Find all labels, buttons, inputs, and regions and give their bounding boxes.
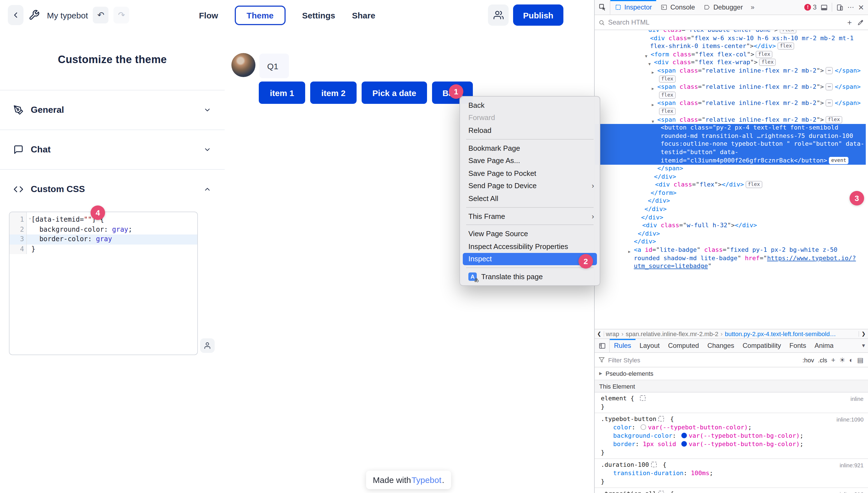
- menu-item-translate-this-page[interactable]: AあTranslate this page: [460, 270, 600, 283]
- tab-animations[interactable]: Anima: [810, 339, 834, 352]
- editor-line[interactable]: 3 border-color: gray: [9, 235, 197, 244]
- section-custom-css[interactable]: Custom CSS: [0, 169, 225, 209]
- css-rule[interactable]: element { inline}: [595, 392, 868, 413]
- menu-item-inspect-accessibility-properties[interactable]: Inspect Accessibility Properties: [460, 240, 600, 253]
- choice-button-item2[interactable]: item 2: [310, 82, 357, 104]
- markup-line[interactable]: </div>: [595, 197, 866, 206]
- selector-highlighter-icon[interactable]: [651, 462, 657, 467]
- selector-highlighter-icon[interactable]: [659, 491, 664, 493]
- css-declaration[interactable]: border: 1px solid var(--typebot-button-b…: [601, 440, 864, 448]
- markup-line[interactable]: ▶<span class="relative inline-flex mr-2 …: [595, 83, 866, 100]
- markup-line[interactable]: ▶<a id="lite-badge" class="fixed py-1 px…: [595, 246, 866, 271]
- flex-badge[interactable]: flex: [759, 59, 776, 66]
- collapsed-children-icon[interactable]: ⋯: [826, 67, 833, 74]
- tab-settings[interactable]: Settings: [302, 10, 335, 20]
- color-swatch-icon[interactable]: [681, 441, 687, 447]
- markup-line[interactable]: ▶<span class="relative inline-flex mr-2 …: [595, 67, 866, 83]
- fold-chevron-icon[interactable]: ⌄: [28, 213, 31, 222]
- menu-item-back[interactable]: Back: [460, 99, 600, 111]
- tab-computed[interactable]: Computed: [664, 339, 703, 352]
- markup-line[interactable]: </div>: [595, 238, 866, 246]
- responsive-mode-icon[interactable]: [836, 4, 843, 11]
- flex-badge[interactable]: flex: [659, 91, 675, 99]
- markup-line[interactable]: <div class="w-full h-32"></div>: [595, 222, 866, 230]
- flex-badge[interactable]: flex: [746, 181, 762, 189]
- markup-line[interactable]: </div>: [595, 214, 866, 222]
- flex-badge[interactable]: flex: [659, 108, 675, 115]
- breadcrumb-item[interactable]: wrap: [606, 330, 619, 337]
- back-button[interactable]: [8, 5, 23, 25]
- rule-source-link[interactable]: inline:921: [840, 461, 864, 470]
- publish-button[interactable]: Publish: [513, 4, 563, 26]
- bot-title[interactable]: My typebot: [47, 10, 88, 20]
- tab-rules[interactable]: Rules: [610, 339, 635, 352]
- markup-line[interactable]: div class="flex bubble enter done">flex: [595, 30, 866, 34]
- css-rule[interactable]: .transition-all {inline:916transition-pr…: [595, 488, 868, 493]
- chevron-up-icon[interactable]: [203, 185, 211, 193]
- element-picker-button[interactable]: [595, 0, 610, 15]
- menu-item-reload[interactable]: Reload: [460, 124, 600, 136]
- markup-line[interactable]: <div class="flex w-6 xs:w-10 h-6 xs:h-10…: [595, 34, 866, 50]
- flex-badge[interactable]: flex: [659, 75, 675, 82]
- choice-button-item1[interactable]: item 1: [259, 82, 305, 104]
- close-icon[interactable]: ✕: [858, 3, 864, 12]
- redo-button[interactable]: ↷: [114, 7, 129, 23]
- collaborators-button[interactable]: [488, 4, 509, 26]
- more-tabs-button[interactable]: »: [747, 0, 758, 15]
- menu-item-save-page-as[interactable]: Save Page As...: [460, 154, 600, 167]
- twisty-icon[interactable]: ▶: [628, 248, 630, 256]
- choice-button-pick-a-date[interactable]: Pick a date: [362, 82, 427, 104]
- dark-mode-icon[interactable]: ◐: [849, 357, 853, 363]
- twisty-icon[interactable]: ▶: [652, 69, 654, 77]
- editor-line[interactable]: 2 background-color: gray;: [9, 225, 197, 235]
- typebot-link[interactable]: Typebot: [412, 475, 442, 485]
- pseudo-elements-header[interactable]: ▶ Pseudo-elements: [595, 367, 868, 380]
- markup-line[interactable]: </div>: [595, 173, 866, 181]
- menu-item-this-frame[interactable]: This Frame›: [460, 210, 600, 222]
- rule-source-link[interactable]: inline:1090: [836, 415, 864, 424]
- made-with-typebot-badge[interactable]: Made with Typebot .: [366, 471, 451, 489]
- color-swatch-icon[interactable]: [681, 433, 687, 438]
- breadcrumb-item[interactable]: span.relative.inline-flex.mr-2.mb-2: [626, 330, 718, 337]
- rule-source-link[interactable]: inline:916: [840, 490, 864, 493]
- breadcrumb-item-selected[interactable]: button.py-2.px-4.text-left.font-semibold…: [725, 330, 836, 337]
- css-declaration[interactable]: transition-duration: 100ms;: [601, 469, 864, 477]
- devtools-tab-debugger[interactable]: Debugger: [700, 0, 747, 15]
- markup-line[interactable]: </span>: [595, 165, 866, 173]
- markup-line[interactable]: </form>: [595, 189, 866, 197]
- selector-highlighter-icon[interactable]: [659, 416, 664, 422]
- add-node-icon[interactable]: +: [847, 18, 852, 27]
- split-console-icon[interactable]: [821, 4, 828, 11]
- flex-badge[interactable]: flex: [826, 116, 842, 123]
- menu-item-select-all[interactable]: Select All: [460, 192, 600, 205]
- menu-item-inspect[interactable]: Inspect: [463, 253, 597, 265]
- tab-layout[interactable]: Layout: [635, 339, 664, 352]
- eyedropper-icon[interactable]: [857, 19, 864, 26]
- section-general[interactable]: General: [0, 90, 225, 130]
- pane-toggle-icon[interactable]: [595, 339, 610, 352]
- devtools-tab-console[interactable]: Console: [657, 0, 700, 15]
- light-mode-icon[interactable]: ☀: [839, 357, 845, 363]
- menu-item-send-page-to-device[interactable]: Send Page to Device›: [460, 179, 600, 192]
- error-count-button[interactable]: ! 3: [805, 3, 816, 11]
- breadcrumb-prev-icon[interactable]: ❮: [595, 331, 604, 337]
- add-rule-icon[interactable]: +: [831, 356, 835, 364]
- css-rule[interactable]: .duration-100 {inline:921transition-dura…: [595, 459, 868, 488]
- breadcrumb-next-icon[interactable]: ❯: [859, 331, 868, 337]
- toggle-hover-button[interactable]: :hov: [803, 357, 814, 363]
- css-rule[interactable]: .typebot-button {inline:1090color: var(-…: [595, 413, 868, 459]
- tab-theme[interactable]: Theme: [235, 5, 285, 25]
- markup-line[interactable]: <div class="flex"></div>flex: [595, 181, 866, 189]
- chevron-down-icon[interactable]: [203, 106, 211, 114]
- flex-badge[interactable]: flex: [756, 51, 772, 58]
- markup-line[interactable]: ▼<span class="relative inline-flex mr-2 …: [595, 116, 866, 124]
- avatar-toggle-button[interactable]: [200, 338, 215, 353]
- markup-line[interactable]: ▼<div class="flex flex-wrap">flex: [595, 59, 866, 67]
- tab-fonts[interactable]: Fonts: [785, 339, 810, 352]
- menu-item-view-page-source[interactable]: View Page Source: [460, 228, 600, 240]
- menu-item-bookmark-page[interactable]: Bookmark Page: [460, 142, 600, 154]
- collapsed-children-icon[interactable]: ⋯: [826, 83, 833, 90]
- menu-item-save-page-to-pocket[interactable]: Save Page to Pocket: [460, 167, 600, 179]
- collapsed-children-icon[interactable]: ⋯: [826, 100, 833, 107]
- devtools-tab-inspector[interactable]: Inspector: [610, 0, 657, 15]
